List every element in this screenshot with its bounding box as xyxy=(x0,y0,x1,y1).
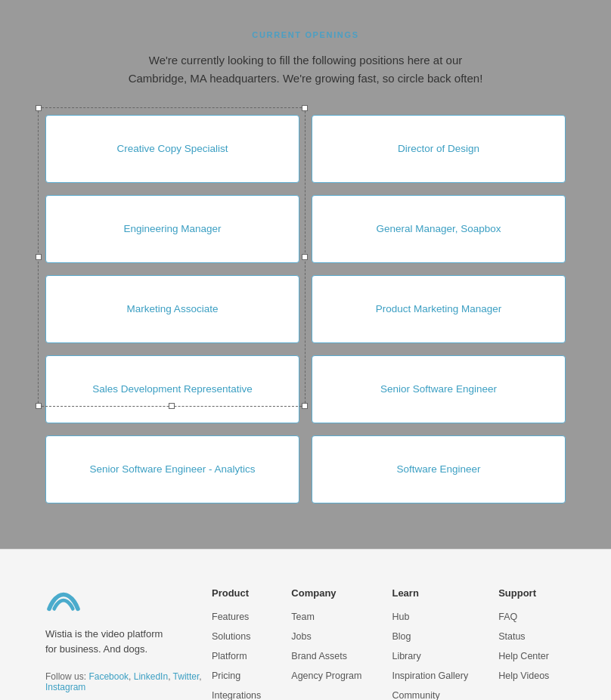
job-card-engineering-manager[interactable]: Engineering Manager xyxy=(45,195,299,263)
link-pricing[interactable]: Pricing xyxy=(212,671,240,681)
footer-tagline: Wistia is the video platform for busines… xyxy=(45,627,212,656)
handle-ml xyxy=(36,254,42,260)
page-wrapper: CURRENT OPENINGS We're currently looking… xyxy=(0,0,611,700)
job-card-software-engineer[interactable]: Software Engineer xyxy=(312,435,566,503)
job-card-product-marketing-manager[interactable]: Product Marketing Manager xyxy=(312,275,566,343)
link-integrations[interactable]: Integrations xyxy=(212,690,261,700)
link-hub[interactable]: Hub xyxy=(392,612,409,622)
handle-br xyxy=(302,403,308,409)
link-team[interactable]: Team xyxy=(291,612,315,622)
list-item: Status xyxy=(498,629,549,643)
list-item: Blog xyxy=(392,629,468,643)
footer-col-product: Product Features Solutions Platform Pric… xyxy=(212,587,261,700)
footer-inner: Wistia is the video platform for busines… xyxy=(45,587,566,700)
social-link-linkedin[interactable]: LinkedIn xyxy=(134,671,168,682)
link-jobs[interactable]: Jobs xyxy=(291,631,311,642)
jobs-grid: Creative Copy Specialist Director of Des… xyxy=(45,115,566,503)
job-card-senior-software-engineer-analytics[interactable]: Senior Software Engineer - Analytics xyxy=(45,435,299,503)
handle-bl xyxy=(36,403,42,409)
footer: Wistia is the video platform for busines… xyxy=(0,549,611,700)
link-help-videos[interactable]: Help Videos xyxy=(498,671,549,681)
job-card-senior-software-engineer[interactable]: Senior Software Engineer xyxy=(312,355,566,423)
job-card-sales-development-representative[interactable]: Sales Development Representative xyxy=(45,355,299,423)
link-status[interactable]: Status xyxy=(498,631,525,642)
link-inspiration-gallery[interactable]: Inspiration Gallery xyxy=(392,671,468,681)
openings-section: CURRENT OPENINGS We're currently looking… xyxy=(0,0,611,549)
link-community[interactable]: Community xyxy=(392,690,439,700)
list-item: Community xyxy=(392,688,468,700)
link-blog[interactable]: Blog xyxy=(392,631,411,642)
footer-social: Follow us: Facebook, LinkedIn, Twitter, … xyxy=(45,671,212,692)
link-agency-program[interactable]: Agency Program xyxy=(291,671,361,681)
list-item: Hub xyxy=(392,609,468,623)
list-item: Features xyxy=(212,609,261,623)
footer-col-product-heading: Product xyxy=(212,587,261,599)
footer-col-company-heading: Company xyxy=(291,587,361,599)
job-card-marketing-associate[interactable]: Marketing Associate xyxy=(45,275,299,343)
list-item: FAQ xyxy=(498,609,549,623)
list-item: Library xyxy=(392,649,468,662)
wistia-logo-icon xyxy=(45,587,82,615)
list-item: Help Videos xyxy=(498,668,549,682)
job-card-general-manager-soapbox[interactable]: General Manager, Soapbox xyxy=(312,195,566,263)
footer-col-learn-heading: Learn xyxy=(392,587,468,599)
social-link-twitter[interactable]: Twitter xyxy=(173,671,200,682)
footer-col-learn: Learn Hub Blog Library Inspiration Galle… xyxy=(392,587,468,700)
list-item: Help Center xyxy=(498,649,549,662)
footer-col-product-links: Features Solutions Platform Pricing Inte… xyxy=(212,609,261,700)
footer-columns: Product Features Solutions Platform Pric… xyxy=(212,587,566,700)
link-brand-assets[interactable]: Brand Assets xyxy=(291,651,347,661)
footer-col-support-heading: Support xyxy=(498,587,549,599)
handle-tr xyxy=(302,105,308,111)
list-item: Inspiration Gallery xyxy=(392,668,468,682)
list-item: Integrations xyxy=(212,688,261,700)
social-link-facebook[interactable]: Facebook xyxy=(88,671,129,682)
handle-tl xyxy=(36,105,42,111)
footer-col-learn-links: Hub Blog Library Inspiration Gallery Com… xyxy=(392,609,468,700)
list-item: Team xyxy=(291,609,361,623)
link-features[interactable]: Features xyxy=(212,612,249,622)
link-platform[interactable]: Platform xyxy=(212,651,247,661)
handle-mr xyxy=(302,254,308,260)
footer-logo xyxy=(45,587,212,618)
job-card-director-of-design[interactable]: Director of Design xyxy=(312,115,566,183)
list-item: Agency Program xyxy=(291,668,361,682)
list-item: Solutions xyxy=(212,629,261,643)
footer-col-company-links: Team Jobs Brand Assets Agency Program xyxy=(291,609,361,682)
link-library[interactable]: Library xyxy=(392,651,420,661)
footer-col-support: Support FAQ Status Help Center Help Vide… xyxy=(498,587,549,700)
job-card-creative-copy-specialist[interactable]: Creative Copy Specialist xyxy=(45,115,299,183)
footer-col-support-links: FAQ Status Help Center Help Videos xyxy=(498,609,549,682)
list-item: Brand Assets xyxy=(291,649,361,662)
section-description: We're currently looking to fill the foll… xyxy=(45,51,566,88)
link-solutions[interactable]: Solutions xyxy=(212,631,250,642)
section-label: CURRENT OPENINGS xyxy=(45,30,566,39)
link-help-center[interactable]: Help Center xyxy=(498,651,549,661)
footer-brand: Wistia is the video platform for busines… xyxy=(45,587,212,692)
social-link-instagram[interactable]: Instagram xyxy=(45,682,85,692)
footer-col-company: Company Team Jobs Brand Assets Agency Pr… xyxy=(291,587,361,700)
list-item: Jobs xyxy=(291,629,361,643)
list-item: Platform xyxy=(212,649,261,662)
link-faq[interactable]: FAQ xyxy=(498,612,517,622)
list-item: Pricing xyxy=(212,668,261,682)
